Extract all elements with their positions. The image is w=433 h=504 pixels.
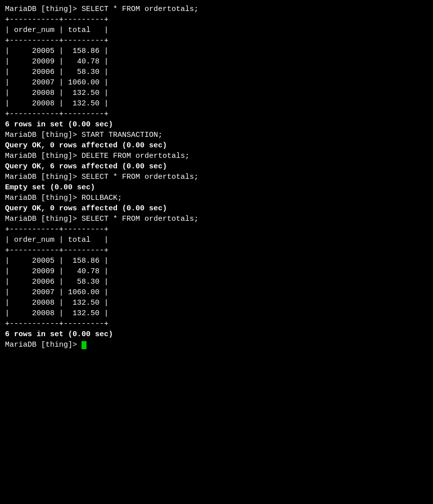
terminal-line: Empty set (0.00 sec) <box>5 182 428 193</box>
terminal-line: Query OK, 0 rows affected (0.00 sec) <box>5 203 428 214</box>
terminal-line: MariaDB [thing]> ROLLBACK; <box>5 193 428 203</box>
terminal-line: MariaDB [thing]> <box>5 340 428 350</box>
terminal-line: MariaDB [thing]> START TRANSACTION; <box>5 130 428 140</box>
terminal-line: +-----------+---------+ <box>5 14 428 25</box>
terminal-line: | 20006 | 58.30 | <box>5 277 428 287</box>
terminal-line: MariaDB [thing]> SELECT * FROM ordertota… <box>5 214 428 224</box>
terminal-line: | 20008 | 132.50 | <box>5 98 428 109</box>
terminal-line: +-----------+---------+ <box>5 109 428 119</box>
terminal-line: | order_num | total | <box>5 235 428 245</box>
terminal-line: 6 rows in set (0.00 sec) <box>5 329 428 340</box>
terminal-line: +-----------+---------+ <box>5 224 428 235</box>
terminal-line: | order_num | total | <box>5 25 428 35</box>
terminal-line: +-----------+---------+ <box>5 319 428 329</box>
terminal-line: | 20009 | 40.78 | <box>5 266 428 277</box>
terminal-line: | 20005 | 158.86 | <box>5 46 428 56</box>
terminal-line: | 20005 | 158.86 | <box>5 256 428 266</box>
terminal-line: | 20006 | 58.30 | <box>5 67 428 77</box>
terminal-line: | 20009 | 40.78 | <box>5 56 428 67</box>
terminal-line: | 20008 | 132.50 | <box>5 298 428 308</box>
terminal-line: | 20008 | 132.50 | <box>5 308 428 319</box>
terminal-window: MariaDB [thing]> SELECT * FROM ordertota… <box>5 4 428 350</box>
terminal-line: MariaDB [thing]> DELETE FROM ordertotals… <box>5 151 428 161</box>
terminal-line: Query OK, 0 rows affected (0.00 sec) <box>5 140 428 151</box>
terminal-cursor <box>82 341 86 349</box>
terminal-line: | 20008 | 132.50 | <box>5 88 428 98</box>
terminal-line: +-----------+---------+ <box>5 35 428 46</box>
terminal-line: | 20007 | 1060.00 | <box>5 287 428 298</box>
terminal-line: MariaDB [thing]> SELECT * FROM ordertota… <box>5 172 428 182</box>
terminal-line: Query OK, 6 rows affected (0.00 sec) <box>5 161 428 172</box>
terminal-line: MariaDB [thing]> SELECT * FROM ordertota… <box>5 4 428 14</box>
terminal-line: +-----------+---------+ <box>5 245 428 256</box>
terminal-line: 6 rows in set (0.00 sec) <box>5 119 428 130</box>
terminal-line: | 20007 | 1060.00 | <box>5 77 428 88</box>
